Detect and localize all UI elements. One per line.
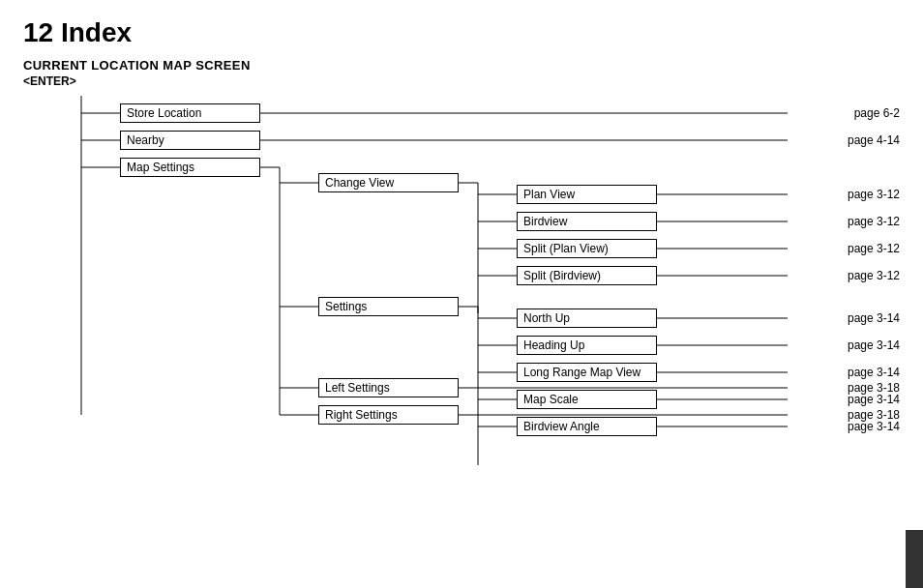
nearby-box: Nearby: [120, 131, 260, 150]
map-settings-box: Map Settings: [120, 158, 260, 177]
page-ref-split-bird: page 3-12: [848, 269, 900, 282]
page-ref-plan: page 3-12: [848, 188, 900, 201]
plan-view-box: Plan View: [517, 185, 657, 204]
page-title: 12 Index: [0, 0, 923, 54]
store-location-box: Store Location: [120, 103, 260, 123]
bottom-tab: [906, 530, 923, 588]
map-scale-box: Map Scale: [517, 390, 657, 409]
heading-up-box: Heading Up: [517, 336, 657, 355]
split-bird-box: Split (Birdview): [517, 266, 657, 285]
left-settings-box: Left Settings: [318, 378, 459, 397]
page-ref-nearby: page 4-14: [848, 133, 900, 147]
enter-label: <ENTER>: [0, 74, 923, 92]
change-view-box: Change View: [318, 173, 459, 192]
section-title: CURRENT LOCATION MAP SCREEN: [0, 54, 923, 74]
birdview-angle-box: Birdview Angle: [517, 417, 657, 436]
page-ref-north-up: page 3-14: [848, 311, 900, 325]
page-ref-long-range: page 3-14: [848, 366, 900, 379]
settings-box: Settings: [318, 297, 459, 316]
page-ref-bird: page 3-12: [848, 215, 900, 228]
page-ref-store: page 6-2: [854, 106, 900, 120]
birdview-box: Birdview: [517, 212, 657, 231]
page-ref-heading-up: page 3-14: [848, 338, 900, 352]
page-ref-birdview-angle: page 3-14: [848, 420, 900, 433]
split-plan-box: Split (Plan View): [517, 239, 657, 258]
north-up-box: North Up: [517, 309, 657, 328]
page-ref-split-plan: page 3-12: [848, 242, 900, 255]
page-ref-map-scale: page 3-14: [848, 393, 900, 406]
tree-diagram: Store Location Nearby Map Settings Chang…: [23, 96, 900, 444]
page-ref-right-settings: page 3-18: [848, 408, 900, 422]
right-settings-box: Right Settings: [318, 405, 459, 425]
long-range-box: Long Range Map View: [517, 363, 657, 382]
page-ref-left-settings: page 3-18: [848, 381, 900, 395]
